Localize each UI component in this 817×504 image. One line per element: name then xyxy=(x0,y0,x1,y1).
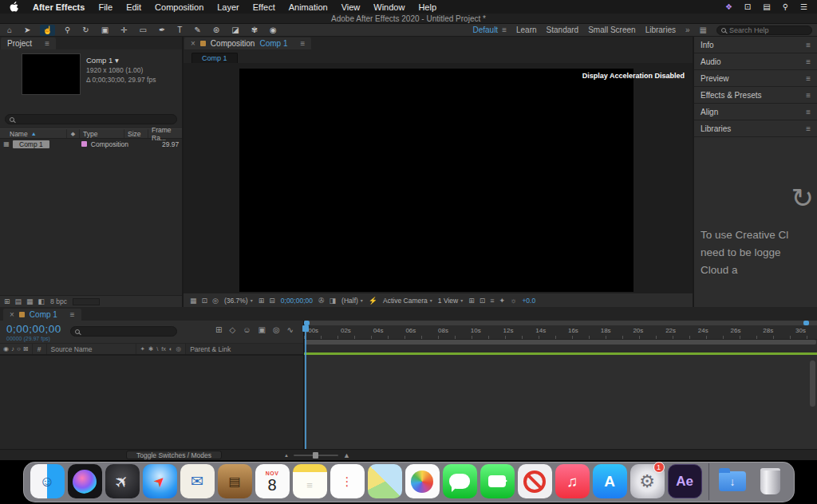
panel-tab-libraries[interactable]: Libraries ≡ xyxy=(694,120,817,137)
brush-tool[interactable]: ✎ xyxy=(191,25,203,36)
system-preferences[interactable]: ⚙ 1 xyxy=(630,463,665,499)
contacts[interactable]: ▤ xyxy=(217,463,253,499)
menu-item[interactable]: File xyxy=(98,2,112,12)
project-item-title[interactable]: Comp 1 ▾ xyxy=(86,56,156,65)
menu-item[interactable]: Edit xyxy=(126,2,141,12)
frame-blend-switch-icon[interactable]: \ xyxy=(156,345,158,352)
close-icon[interactable]: × xyxy=(10,310,14,319)
project-flowchart-button[interactable] xyxy=(73,298,100,305)
track-area-empty[interactable] xyxy=(304,355,817,449)
safari[interactable]: ➤ xyxy=(142,463,178,499)
panel-tab-align[interactable]: Align ≡ xyxy=(694,104,817,120)
current-timecode[interactable]: 0;00;00;00 xyxy=(6,323,61,335)
reminders[interactable]: ⋮ xyxy=(330,463,365,499)
panel-menu-icon[interactable]: ≡ xyxy=(300,39,305,48)
zoom-out-icon[interactable]: ▲ xyxy=(284,453,289,458)
launchpad[interactable]: ✈ xyxy=(105,463,140,499)
composition-frame[interactable] xyxy=(239,69,633,292)
column-source-name[interactable]: Source Name xyxy=(46,344,136,354)
type-tool[interactable]: T xyxy=(175,25,184,36)
pen-tool[interactable]: ✒ xyxy=(156,25,168,36)
siri[interactable] xyxy=(67,463,103,499)
column-size[interactable]: Size xyxy=(124,129,148,138)
tab-project[interactable]: Project ≡ xyxy=(1,37,56,49)
menu-item[interactable]: Window xyxy=(373,2,405,12)
orbit-camera-tool[interactable]: ↻ xyxy=(80,25,91,36)
exposure-value[interactable]: +0.0 xyxy=(522,297,535,305)
column-label[interactable]: ◆ xyxy=(67,129,80,138)
roto-brush-tool[interactable]: ✾ xyxy=(249,25,260,36)
music[interactable]: ♫ xyxy=(555,463,590,499)
panel-menu-icon[interactable]: ≡ xyxy=(806,124,811,133)
zoom-slider[interactable] xyxy=(294,455,338,456)
menubar-display-icon[interactable]: ⊡ xyxy=(744,2,751,11)
panel-menu-icon[interactable]: ≡ xyxy=(806,108,811,116)
tab-composition[interactable]: × Composition Comp 1 ≡ xyxy=(184,37,311,49)
column-layer-number[interactable]: # xyxy=(32,344,46,354)
blocked-app[interactable] xyxy=(517,463,553,499)
graph-editor-icon[interactable]: ∿ xyxy=(287,325,294,334)
monitor-icon[interactable]: ⊡ xyxy=(202,297,208,305)
calendar[interactable]: NOV 8 xyxy=(255,463,290,499)
close-icon[interactable]: × xyxy=(191,39,195,48)
label-color-swatch[interactable] xyxy=(81,141,87,147)
collapse-transformations-icon[interactable]: ✱ xyxy=(148,345,153,352)
selection-tool[interactable]: ➤ xyxy=(22,25,33,36)
timeline-vertical-scrollbar[interactable] xyxy=(810,360,815,407)
downloads-folder[interactable]: ↓ xyxy=(715,463,751,499)
transparency-grid-icon[interactable]: ▦ xyxy=(190,297,197,305)
menu-item[interactable]: After Effects xyxy=(33,2,85,12)
color-depth-label[interactable]: 8 bpc xyxy=(50,297,67,305)
workspace-item[interactable]: Libraries xyxy=(645,26,676,34)
layer-list-empty[interactable] xyxy=(0,355,303,449)
grid-guides-icon[interactable]: ⊞ xyxy=(259,297,265,305)
camera-tool[interactable]: ▣ xyxy=(99,25,111,36)
zoom-in-icon[interactable]: ▲ xyxy=(343,451,350,459)
panel-tab-effects-presets[interactable]: Effects & Presets ≡ xyxy=(694,87,817,104)
timeline-button-icon[interactable]: ≡ xyxy=(490,297,494,305)
column-frame-rate[interactable]: Frame Ra... xyxy=(148,129,182,138)
trash[interactable] xyxy=(752,463,788,499)
workspace-item[interactable]: Small Screen xyxy=(588,26,635,34)
messages[interactable] xyxy=(442,463,478,499)
row-name[interactable]: Comp 1 xyxy=(13,140,49,148)
playhead[interactable] xyxy=(305,321,306,449)
dock-separator[interactable] xyxy=(705,463,713,499)
home-tool[interactable]: ⌂ xyxy=(5,25,14,36)
mask-paths-icon[interactable]: ◎ xyxy=(212,297,219,305)
lock-icon[interactable]: ⊠ xyxy=(23,345,29,352)
zoom-tool[interactable]: ⚲ xyxy=(62,25,73,36)
zoom-slider-thumb[interactable] xyxy=(313,452,318,459)
panel-menu-icon[interactable]: ≡ xyxy=(806,91,811,100)
time-ruler[interactable]: :00s02s04s06s08s10s12s14s16s18s20s22s24s… xyxy=(304,325,817,340)
flowchart-button-icon[interactable]: ✦ xyxy=(499,297,506,305)
share-view-icon[interactable]: ⊞ xyxy=(468,297,475,305)
motion-blur-icon[interactable]: ◎ xyxy=(273,325,280,334)
workspace-default[interactable]: Default ≡ xyxy=(472,26,507,34)
panel-menu-icon[interactable]: ≡ xyxy=(806,41,811,49)
workspace-item[interactable]: Learn xyxy=(516,26,537,34)
project-search[interactable] xyxy=(5,114,177,124)
menu-item[interactable]: Effect xyxy=(253,2,275,12)
view-layout-dropdown[interactable]: 1 View ▾ xyxy=(438,297,463,305)
camera-dropdown[interactable]: Active Camera ▾ xyxy=(383,297,432,305)
show-snapshot-icon[interactable]: ◨ xyxy=(330,297,337,305)
adjustment-layer-icon[interactable]: ◐ xyxy=(169,345,173,352)
hand-tool[interactable]: ☝ xyxy=(40,25,54,36)
audio-icon[interactable]: ♪ xyxy=(11,345,14,352)
shy-layers-icon[interactable]: ☺ xyxy=(243,325,251,334)
panel-menu-icon[interactable]: ≡ xyxy=(806,74,811,83)
solo-icon[interactable]: ○ xyxy=(17,345,21,352)
exposure-gear-icon[interactable]: ☼ xyxy=(510,297,516,305)
after-effects[interactable]: Ae xyxy=(667,463,703,499)
finder[interactable]: ☺ xyxy=(30,463,65,499)
menubar-airplay-icon[interactable]: ▤ xyxy=(763,2,770,11)
new-folder-icon[interactable]: ▤ xyxy=(15,297,22,305)
menu-item[interactable]: View xyxy=(341,2,361,12)
menubar-search-icon[interactable]: ⚲ xyxy=(783,2,788,11)
interpret-footage-icon[interactable]: ⊞ xyxy=(4,297,10,305)
color-depth-icon[interactable]: ◧ xyxy=(38,297,45,305)
menu-item[interactable]: Layer xyxy=(217,2,239,12)
resolution-dropdown[interactable]: (Half) ▾ xyxy=(341,297,363,305)
workspace-item[interactable]: Standard xyxy=(547,26,579,34)
